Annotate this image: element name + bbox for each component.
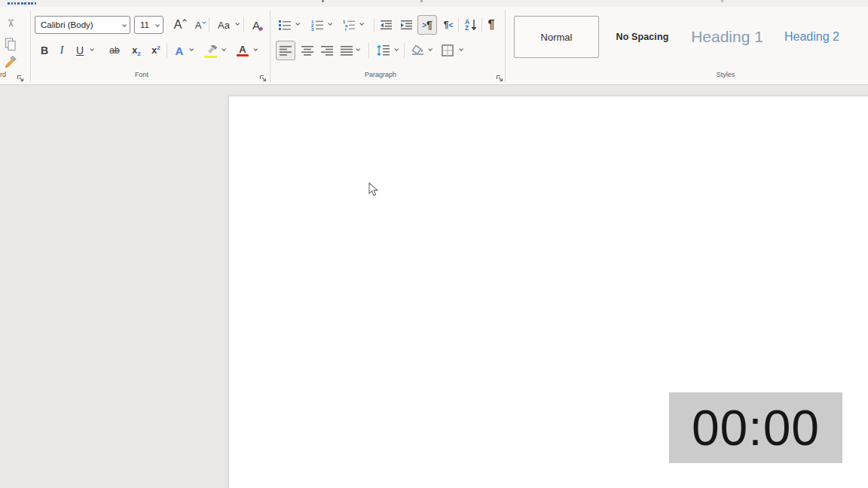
underline-button[interactable]: U xyxy=(73,41,87,59)
ribbon: ✂ rd Calibri (Body) xyxy=(0,7,868,85)
chevron-down-icon xyxy=(122,23,127,27)
font-dialog-launcher[interactable] xyxy=(259,72,267,85)
line-spacing-button[interactable] xyxy=(373,41,393,59)
pilcrow-icon: ¶ xyxy=(426,19,432,31)
align-left-button[interactable] xyxy=(276,41,295,60)
divider xyxy=(374,17,374,32)
paragraph-dialog-launcher[interactable] xyxy=(496,72,503,85)
sort-icon: AZ xyxy=(465,19,469,31)
chevron-down-icon[interactable] xyxy=(222,47,226,51)
clipboard-group-label: rd xyxy=(0,71,9,78)
style-normal[interactable]: Normal xyxy=(514,16,599,58)
group-separator xyxy=(505,10,506,82)
paragraph-group-label: Paragraph xyxy=(343,71,418,78)
chevron-down-icon[interactable] xyxy=(189,47,194,51)
chevron-down-icon[interactable] xyxy=(295,21,300,26)
font-color-icon: A xyxy=(239,44,246,55)
chevron-down-icon[interactable] xyxy=(356,47,360,51)
shrink-font-icon: A xyxy=(195,20,202,31)
style-heading-2[interactable]: Heading 2 xyxy=(772,16,851,58)
align-right-button[interactable] xyxy=(319,41,335,59)
text-effects-button[interactable]: A xyxy=(170,41,188,59)
chevron-down-icon[interactable] xyxy=(90,47,94,51)
italic-button[interactable]: I xyxy=(56,41,68,59)
divider xyxy=(167,43,167,58)
chevron-down-icon[interactable] xyxy=(394,47,399,51)
active-tab-underline-icon xyxy=(8,2,36,5)
divider xyxy=(458,17,459,32)
multilevel-list-icon: 1 a i xyxy=(342,19,356,31)
chevron-down-icon[interactable] xyxy=(328,21,332,26)
multilevel-list-button[interactable]: 1 a i xyxy=(340,16,358,34)
clear-formatting-button[interactable]: A xyxy=(247,16,265,34)
change-case-icon: Aa xyxy=(218,20,230,31)
copy-icon xyxy=(5,38,17,51)
tab-label-descender xyxy=(721,0,723,2)
align-left-icon xyxy=(280,46,292,56)
style-heading-1[interactable]: Heading 1 xyxy=(686,16,769,58)
style-label: No Spacing xyxy=(616,32,669,42)
group-separator xyxy=(30,10,31,82)
pilcrow-icon: ¶ xyxy=(488,18,495,32)
strikethrough-icon: ab xyxy=(109,45,119,56)
font-size-value: 11 xyxy=(140,20,149,29)
dialog-launcher-icon xyxy=(17,75,24,82)
svg-text:3: 3 xyxy=(311,27,314,32)
decrease-indent-button[interactable] xyxy=(377,16,394,34)
superscript-icon: x xyxy=(151,45,157,56)
decrease-indent-icon xyxy=(380,20,393,30)
clipboard-dialog-launcher[interactable] xyxy=(17,72,24,85)
font-name-combo[interactable]: Calibri (Body) xyxy=(35,16,130,34)
bold-button[interactable]: B xyxy=(38,41,51,59)
pilcrow-icon: ¶ xyxy=(444,20,449,30)
change-case-button[interactable]: Aa xyxy=(212,16,236,34)
rtl-text-direction-button[interactable]: ¶ < xyxy=(440,16,457,34)
subscript-button[interactable]: x 2 xyxy=(128,41,145,59)
word-window: ✂ rd Calibri (Body) xyxy=(0,0,868,488)
grow-font-button[interactable]: A xyxy=(168,16,188,34)
borders-button[interactable] xyxy=(439,41,457,59)
highlight-button[interactable] xyxy=(202,41,220,59)
chevron-down-icon[interactable] xyxy=(253,47,258,51)
tab-label-descender xyxy=(420,0,423,2)
copy-button[interactable] xyxy=(2,35,20,53)
chevron-down-icon[interactable] xyxy=(235,21,240,26)
increase-indent-button[interactable] xyxy=(398,16,414,34)
shrink-font-button[interactable]: A xyxy=(189,16,207,34)
style-label: Heading 2 xyxy=(784,30,839,44)
align-right-icon xyxy=(321,46,333,56)
ribbon-tab-strip[interactable] xyxy=(0,0,868,7)
increase-indent-icon xyxy=(400,20,413,30)
line-spacing-icon xyxy=(376,44,390,56)
styles-group-label: Styles xyxy=(688,71,763,78)
grow-font-icon: A xyxy=(174,18,182,32)
font-color-button[interactable]: A xyxy=(234,40,251,58)
numbering-button[interactable]: 1 2 3 xyxy=(308,16,326,34)
chevron-down-icon[interactable] xyxy=(359,21,364,26)
justify-button[interactable] xyxy=(338,41,355,59)
ltr-text-direction-button[interactable]: > ¶ xyxy=(417,15,437,35)
bold-icon: B xyxy=(41,44,48,56)
font-group-label: Font xyxy=(113,71,170,78)
subscript-icon: x xyxy=(132,45,137,56)
font-name-value: Calibri (Body) xyxy=(41,20,93,29)
format-painter-button[interactable] xyxy=(2,53,20,72)
sort-button[interactable]: AZ xyxy=(461,16,481,34)
chevron-down-icon[interactable] xyxy=(428,47,432,51)
chevron-down-icon[interactable] xyxy=(459,47,463,51)
style-no-spacing[interactable]: No Spacing xyxy=(603,16,682,58)
cut-button[interactable]: ✂ xyxy=(2,14,20,32)
align-center-button[interactable] xyxy=(299,41,316,59)
dialog-launcher-icon xyxy=(496,75,503,82)
strikethrough-button[interactable]: ab xyxy=(105,41,124,59)
superscript-button[interactable]: x 2 xyxy=(148,41,164,59)
rtl-arrow-icon: < xyxy=(448,21,453,29)
show-formatting-marks-button[interactable]: ¶ xyxy=(484,16,498,34)
text-effects-icon: A xyxy=(176,44,184,57)
bullets-button[interactable] xyxy=(276,16,294,34)
shading-icon xyxy=(411,44,425,56)
shading-button[interactable] xyxy=(408,41,426,59)
font-size-combo[interactable]: 11 xyxy=(134,16,164,34)
divider xyxy=(209,17,209,32)
bullets-icon xyxy=(278,19,292,31)
